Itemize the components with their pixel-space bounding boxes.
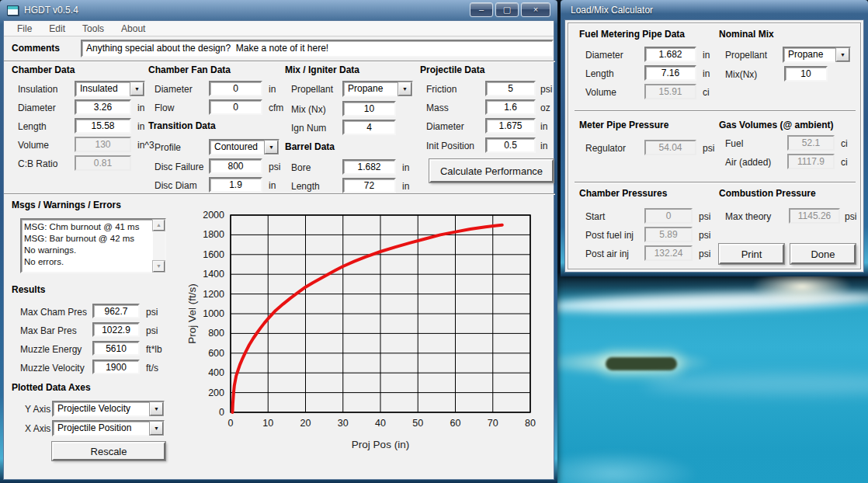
rescale-button[interactable]: Rescale bbox=[52, 442, 165, 460]
svg-text:80: 80 bbox=[525, 418, 536, 429]
pipe-length-label: Length bbox=[585, 68, 614, 79]
barrel-length-input[interactable]: 72 bbox=[342, 178, 396, 193]
chamber-diameter-input[interactable]: 3.26 bbox=[75, 99, 131, 115]
mass-input[interactable]: 1.6 bbox=[485, 99, 536, 115]
fan-data-title: Chamber Fan Data bbox=[148, 64, 231, 75]
cb-ratio-label: C:B Ratio bbox=[18, 158, 57, 169]
chevron-down-icon[interactable]: ▼ bbox=[150, 402, 163, 415]
bore-input[interactable]: 1.682 bbox=[342, 159, 396, 175]
loadmix-window: Load/Mix Calculator Fuel Metering Pipe D… bbox=[561, 0, 868, 276]
propellant-label: Propellant bbox=[291, 84, 333, 95]
gas-fuel-label: Fuel bbox=[725, 138, 743, 149]
divider bbox=[4, 193, 555, 195]
fan-diameter-input[interactable]: 0 bbox=[209, 81, 262, 96]
propellant-dropdown[interactable]: Propane ▼ bbox=[342, 81, 413, 97]
start-pressure-field: 0 bbox=[644, 208, 693, 224]
svg-text:600: 600 bbox=[208, 348, 224, 359]
max-theory-field: 1145.26 bbox=[789, 208, 840, 224]
disc-failure-input[interactable]: 800 bbox=[209, 158, 262, 174]
message-line: No errors. bbox=[24, 256, 151, 268]
unit-label: psi bbox=[699, 230, 710, 241]
unit-label: ci bbox=[841, 157, 848, 168]
muzzle-velocity-label: Muzzle Velocity bbox=[20, 363, 85, 374]
start-pressure-label: Start bbox=[585, 211, 605, 222]
svg-text:0: 0 bbox=[228, 418, 234, 429]
chamber-length-input[interactable]: 15.58 bbox=[75, 118, 131, 134]
mix-nx-label: Mix (Nx) bbox=[291, 104, 326, 115]
chevron-down-icon[interactable]: ▼ bbox=[836, 48, 849, 61]
nominal-mix-title: Nominal Mix bbox=[719, 29, 774, 40]
messages-listbox[interactable]: MSG: Chm burnout @ 41 ms MSG: Bar burnou… bbox=[20, 218, 166, 273]
disc-diam-input[interactable]: 1.9 bbox=[209, 177, 262, 193]
max-bar-pres-field: 1022.9 bbox=[92, 322, 140, 337]
svg-text:200: 200 bbox=[208, 387, 224, 398]
pipe-diameter-input[interactable]: 1.682 bbox=[644, 47, 696, 62]
muzzle-energy-label: Muzzle Energy bbox=[20, 344, 82, 355]
init-position-input[interactable]: 0.5 bbox=[485, 137, 536, 153]
mix-nx-input[interactable]: 10 bbox=[342, 101, 396, 116]
maximize-button[interactable]: ▢ bbox=[495, 2, 519, 17]
mix-igniter-title: Mix / Igniter Data bbox=[285, 64, 359, 75]
comments-input[interactable]: Anything special about the design? Make … bbox=[81, 40, 554, 57]
insulation-label: Insulation bbox=[18, 84, 57, 95]
proj-diameter-input[interactable]: 1.675 bbox=[485, 118, 536, 134]
divider bbox=[4, 61, 555, 62]
comments-label: Comments bbox=[12, 43, 60, 54]
menu-about[interactable]: About bbox=[113, 23, 154, 34]
scroll-up-icon[interactable]: ▲ bbox=[153, 220, 165, 231]
svg-text:30: 30 bbox=[338, 418, 349, 429]
hgdt-titlebar[interactable]: HGDT v0.5.4 – ▢ × bbox=[0, 0, 557, 20]
chevron-down-icon[interactable]: ▼ bbox=[150, 422, 163, 435]
post-air-field: 132.24 bbox=[644, 245, 693, 261]
x-axis-dropdown[interactable]: Projectile Position ▼ bbox=[52, 420, 165, 436]
calc-propellant-dropdown[interactable]: Propane ▼ bbox=[783, 47, 851, 63]
done-button[interactable]: Done bbox=[790, 244, 856, 264]
calc-propellant-label: Propellant bbox=[725, 50, 767, 61]
menu-file[interactable]: File bbox=[9, 23, 40, 34]
cb-ratio-field: 0.81 bbox=[75, 155, 131, 171]
combustion-pressure-title: Combustion Pressure bbox=[719, 188, 816, 199]
loadmix-client-area: Fuel Metering Pipe Data Diameter 1.682 i… bbox=[564, 19, 864, 273]
messages-scrollbar[interactable]: ▲ ▼ bbox=[153, 220, 165, 272]
unit-label: in bbox=[402, 181, 409, 192]
calculate-performance-button[interactable]: Calculate Performance bbox=[429, 159, 554, 182]
message-line: No warnings. bbox=[24, 245, 151, 256]
y-axis-dropdown[interactable]: Projectile Velocity ▼ bbox=[52, 401, 165, 417]
scroll-down-icon[interactable]: ▼ bbox=[153, 261, 165, 272]
regulator-label: Regulator bbox=[585, 143, 626, 154]
unit-label: in bbox=[269, 180, 276, 191]
svg-text:70: 70 bbox=[488, 418, 498, 429]
x-axis-label: X Axis bbox=[25, 423, 50, 434]
close-button[interactable]: × bbox=[521, 2, 550, 17]
unit-label: psi bbox=[699, 211, 710, 222]
chamber-pressures-title: Chamber Pressures bbox=[579, 188, 667, 199]
print-button[interactable]: Print bbox=[719, 244, 784, 264]
loadmix-titlebar[interactable]: Load/Mix Calculator bbox=[561, 0, 868, 20]
max-bar-pres-label: Max Bar Pres bbox=[20, 325, 77, 336]
friction-input[interactable]: 5 bbox=[485, 81, 536, 96]
pipe-length-input[interactable]: 7.16 bbox=[644, 65, 696, 81]
max-theory-label: Max theory bbox=[725, 211, 771, 222]
svg-text:20: 20 bbox=[300, 418, 311, 429]
chevron-down-icon[interactable]: ▼ bbox=[130, 82, 144, 96]
pool-floating-object bbox=[606, 357, 677, 370]
menu-edit[interactable]: Edit bbox=[40, 23, 74, 34]
pipe-volume-label: Volume bbox=[585, 87, 616, 98]
calc-mix-nx-input[interactable]: 10 bbox=[784, 66, 828, 82]
menu-tools[interactable]: Tools bbox=[74, 23, 113, 34]
unit-label: psi bbox=[146, 307, 158, 318]
unit-label: in bbox=[703, 50, 710, 61]
profile-dropdown[interactable]: Contoured ▼ bbox=[209, 139, 279, 155]
svg-text:0: 0 bbox=[219, 407, 224, 418]
unit-label: ci bbox=[841, 138, 848, 149]
chevron-down-icon[interactable]: ▼ bbox=[265, 141, 278, 154]
chevron-down-icon[interactable]: ▼ bbox=[398, 82, 411, 96]
meter-pressure-title: Meter Pipe Pressure bbox=[579, 120, 668, 130]
ign-num-input[interactable]: 4 bbox=[342, 120, 396, 135]
minimize-button[interactable]: – bbox=[470, 2, 493, 17]
unit-label: in bbox=[269, 84, 276, 95]
friction-label: Friction bbox=[426, 84, 457, 95]
fan-flow-input[interactable]: 0 bbox=[209, 99, 262, 115]
insulation-dropdown[interactable]: Insulated ▼ bbox=[75, 81, 145, 97]
svg-text:1800: 1800 bbox=[203, 229, 224, 240]
